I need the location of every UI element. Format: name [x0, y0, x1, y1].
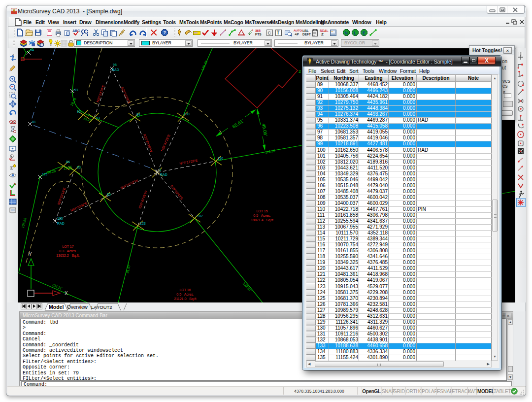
svg-text:100: 100: [57, 217, 63, 220]
svg-text:1: 1: [159, 168, 161, 171]
svg-text:85: 85: [107, 193, 111, 196]
svg-text:81: 81: [32, 120, 36, 124]
svg-text:84: 84: [66, 160, 70, 164]
svg-text:115: 115: [42, 172, 47, 176]
svg-text:65.61': 65.61': [231, 118, 245, 129]
svg-text:0.5 Acres.: 0.5 Acres.: [253, 214, 270, 217]
svg-text:84: 84: [30, 48, 34, 52]
svg-text:13.25: 13.25: [63, 165, 72, 170]
svg-text:2: 2: [299, 69, 301, 74]
svg-text:102: 102: [197, 214, 203, 218]
svg-text:T: T: [277, 30, 280, 35]
svg-text:13652.2 Sq.ft.: 13652.2 Sq.ft.: [56, 254, 80, 258]
svg-text:DEFT: DEFT: [302, 33, 311, 36]
svg-text:106.85: 106.85: [21, 217, 27, 229]
svg-text:190: 190: [184, 112, 190, 116]
svg-text:RAD: RAD: [57, 222, 65, 225]
svg-text:124.11': 124.11': [51, 283, 63, 290]
svg-text:Overview: Overview: [67, 304, 88, 310]
svg-text:113.87: 113.87: [265, 149, 276, 154]
svg-text:S64°20'02"W: S64°20'02"W: [120, 178, 138, 190]
svg-text:RAD: RAD: [112, 68, 119, 71]
svg-text:LOT 15: LOT 15: [256, 209, 267, 213]
svg-text:Model: Model: [49, 304, 64, 310]
svg-text:365: 365: [255, 29, 261, 33]
svg-text:0.3 Acres.: 0.3 Acres.: [59, 249, 76, 253]
svg-text:S25°13'28"E: S25°13'28"E: [121, 86, 132, 104]
svg-text:N: N: [345, 31, 348, 35]
svg-text:93: 93: [96, 116, 100, 120]
svg-text:19871.4 Sq.ft: 19871.4 Sq.ft: [251, 218, 273, 222]
svg-text:49.06': 49.06': [261, 123, 268, 136]
svg-text:N25°47'25"E: N25°47'25"E: [160, 134, 171, 152]
svg-text:95: 95: [113, 63, 117, 67]
svg-text:Z: Z: [321, 32, 324, 36]
svg-text:N79°17'28"E: N79°17'28"E: [179, 159, 198, 165]
svg-text:?: ?: [163, 30, 166, 35]
svg-text:28.28: 28.28: [47, 169, 56, 174]
svg-text:E: E: [363, 31, 366, 35]
svg-text:123: 123: [140, 222, 146, 225]
svg-text:0.5 Acres.: 0.5 Acres.: [176, 293, 194, 296]
svg-text:LOT 17: LOT 17: [62, 245, 73, 248]
svg-text:83: 83: [77, 166, 81, 169]
svg-text:Y: Y: [29, 252, 32, 257]
svg-text:21121.0 Sq.ft: 21121.0 Sq.ft: [174, 297, 196, 301]
svg-text:L: L: [354, 31, 357, 35]
svg-text:C: C: [268, 31, 271, 35]
svg-text:S38°32'43"E: S38°32'43"E: [170, 184, 184, 201]
svg-text:+P: +P: [295, 33, 299, 36]
svg-text:LAYOUT2: LAYOUT2: [91, 304, 112, 310]
svg-text:110: 110: [218, 157, 223, 160]
svg-text:94: 94: [136, 113, 140, 116]
svg-text:ABC: ABC: [72, 29, 80, 33]
svg-text:S20°43'41"W: S20°43'41"W: [138, 190, 148, 209]
svg-text:X: X: [65, 291, 68, 296]
svg-text:RAD: RAD: [160, 173, 167, 176]
svg-text:91.97': 91.97': [126, 264, 131, 273]
svg-text:LBL: LBL: [302, 29, 309, 33]
svg-text:AUTO: AUTO: [294, 29, 302, 32]
svg-text:135.26: 135.26: [200, 60, 208, 71]
svg-text:LOT 16: LOT 16: [179, 288, 191, 292]
svg-text:92: 92: [77, 110, 81, 113]
svg-text:PTS: PTS: [255, 33, 262, 36]
svg-text:91: 91: [74, 88, 78, 92]
